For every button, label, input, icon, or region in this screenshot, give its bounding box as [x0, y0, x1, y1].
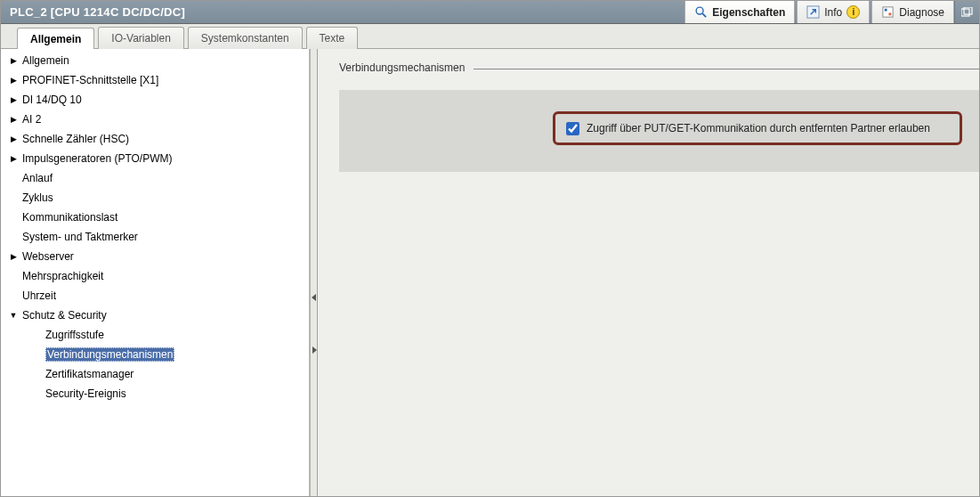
topbar-tab-diag[interactable]: Diagnose — [871, 1, 954, 23]
info-arrow-icon — [806, 5, 820, 19]
tree-item[interactable]: Verbindungsmechanismen — [1, 345, 309, 364]
tree-item[interactable]: Zertifikatsmanager — [1, 364, 309, 384]
window-title: PLC_2 [CPU 1214C DC/DC/DC] — [1, 1, 683, 23]
tree-item[interactable]: System- und Taktmerker — [1, 227, 309, 247]
svg-rect-3 — [883, 7, 893, 17]
tree-item-label: Schnelle Zähler (HSC) — [22, 133, 129, 145]
tree-item-label: Verbindungsmechanismen — [45, 347, 174, 362]
svg-point-0 — [696, 7, 703, 14]
tree-item[interactable]: Kommunikationslast — [1, 208, 309, 227]
svg-line-1 — [702, 13, 706, 17]
tree-item-label: Schutz & Security — [22, 309, 107, 322]
chevron-right-icon[interactable]: ▶ — [8, 75, 19, 86]
putget-access-checkbox[interactable] — [566, 122, 579, 135]
tree-item-label: AI 2 — [22, 113, 41, 126]
chevron-right-icon[interactable]: ▶ — [8, 114, 19, 125]
chevron-right-icon[interactable]: ▶ — [8, 153, 19, 164]
tree-item[interactable]: Anlauf — [1, 168, 309, 188]
chevron-right-icon[interactable]: ▶ — [8, 55, 19, 66]
vertical-splitter[interactable] — [311, 49, 318, 496]
chevron-right-icon[interactable]: ▶ — [8, 134, 19, 144]
tree-item-label: Security-Ereignis — [45, 387, 126, 400]
tree-item-label: Impulsgeneratoren (PTO/PWM) — [22, 152, 173, 165]
nav-tree: ▶Allgemein▶PROFINET-Schnittstelle [X1]▶D… — [1, 49, 311, 496]
tree-item[interactable]: Uhrzeit — [1, 286, 309, 306]
tree-item-label: DI 14/DQ 10 — [22, 94, 82, 106]
tab-general[interactable]: Allgemein — [17, 28, 94, 50]
tree-item-label: PROFINET-Schnittstelle [X1] — [22, 74, 158, 86]
tree-item[interactable]: ▶DI 14/DQ 10 — [1, 90, 309, 110]
tree-item[interactable]: ▼Schutz & Security — [1, 306, 309, 325]
tree-item[interactable]: Zyklus — [1, 188, 309, 208]
tree-item[interactable]: Zugriffsstufe — [1, 325, 309, 345]
tree-item[interactable]: ▶Impulsgeneratoren (PTO/PWM) — [1, 149, 309, 168]
collapse-left-icon — [312, 294, 316, 301]
tree-item-label: Mehrsprachigkeit — [22, 270, 103, 282]
tree-item[interactable]: ▶Webserver — [1, 247, 309, 266]
svg-rect-5 — [889, 12, 892, 15]
tree-item-label: Uhrzeit — [22, 289, 56, 302]
tree-item[interactable]: ▶PROFINET-Schnittstelle [X1] — [1, 70, 309, 90]
tree-item-label: Allgemein — [22, 54, 69, 67]
tree-item-label: Webserver — [22, 250, 74, 263]
tree-item[interactable]: ▶AI 2 — [1, 110, 309, 129]
diagnose-icon — [881, 5, 895, 19]
tab-io-variables[interactable]: IO-Variablen — [98, 27, 183, 49]
tree-item-label: Zugriffsstufe — [45, 329, 104, 341]
tree-item[interactable]: ▶Allgemein — [1, 51, 309, 70]
svg-rect-7 — [964, 7, 972, 14]
tree-item[interactable]: Mehrsprachigkeit — [1, 266, 309, 286]
topbar-tab-label: Diagnose — [899, 6, 944, 19]
tree-item-label: Anlauf — [22, 172, 53, 184]
tree-item[interactable]: Security-Ereignis — [1, 384, 309, 403]
topbar-tab-properties[interactable]: Eigenschaften — [684, 1, 795, 23]
window-restore-button[interactable] — [954, 1, 979, 23]
magnifier-icon — [694, 5, 708, 19]
tab-strip: Allgemein IO-Variablen Systemkonstanten … — [1, 24, 979, 49]
info-badge-icon: i — [846, 5, 860, 19]
content-panel: Verbindungsmechanismen Zugriff über PUT/… — [318, 49, 979, 496]
tree-item-label: Zyklus — [22, 191, 53, 204]
tree-item-label: System- und Taktmerker — [22, 231, 138, 243]
section-title: Verbindungsmechanismen — [339, 61, 465, 74]
putget-access-label: Zugriff über PUT/GET-Kommunikation durch… — [587, 121, 930, 135]
tree-item-label: Kommunikationslast — [22, 211, 117, 224]
topbar-tab-label: Info — [824, 6, 842, 19]
tab-system-constants[interactable]: Systemkonstanten — [188, 27, 303, 49]
chevron-right-icon[interactable]: ▶ — [8, 251, 19, 262]
putget-highlight-box: Zugriff über PUT/GET-Kommunikation durch… — [553, 111, 962, 145]
topbar-tab-info[interactable]: Info i — [797, 1, 870, 23]
tree-item-label: Zertifikatsmanager — [45, 368, 134, 380]
section-divider — [474, 69, 979, 69]
topbar-tab-label: Eigenschaften — [712, 6, 785, 19]
svg-rect-6 — [961, 9, 969, 16]
tab-texts[interactable]: Texte — [306, 27, 359, 49]
collapse-right-icon — [312, 346, 317, 354]
chevron-right-icon[interactable]: ▶ — [8, 94, 19, 105]
chevron-down-icon[interactable]: ▼ — [8, 310, 19, 321]
tree-item[interactable]: ▶Schnelle Zähler (HSC) — [1, 129, 309, 149]
svg-rect-4 — [885, 9, 887, 12]
